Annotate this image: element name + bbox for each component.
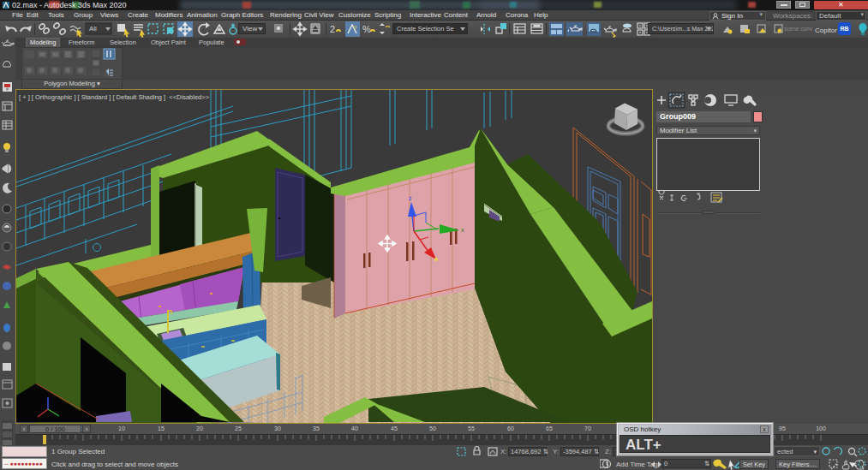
svg-text:2: 2 (330, 24, 335, 34)
svg-text:95: 95 (779, 425, 786, 431)
svg-text:70: 70 (584, 425, 591, 431)
svg-text:100: 100 (816, 425, 826, 431)
svg-text:65: 65 (546, 425, 553, 431)
svg-text:60: 60 (507, 425, 514, 431)
svg-text:z: z (409, 195, 412, 201)
svg-text:25: 25 (235, 425, 242, 431)
svg-text:x: x (461, 227, 464, 233)
svg-text:40: 40 (351, 425, 358, 431)
svg-text:15: 15 (158, 425, 165, 431)
svg-text:55: 55 (468, 425, 475, 431)
svg-text:30: 30 (274, 425, 281, 431)
svg-text:?: ? (353, 24, 357, 32)
svg-text:35: 35 (313, 425, 320, 431)
svg-text:All: All (89, 25, 97, 33)
svg-text:10: 10 (118, 425, 125, 431)
svg-text:%: % (362, 24, 371, 34)
svg-text:45: 45 (391, 425, 398, 431)
svg-text:50: 50 (429, 425, 436, 431)
svg-text:y scene conv: y scene conv (780, 26, 813, 33)
svg-text:20: 20 (196, 425, 203, 431)
